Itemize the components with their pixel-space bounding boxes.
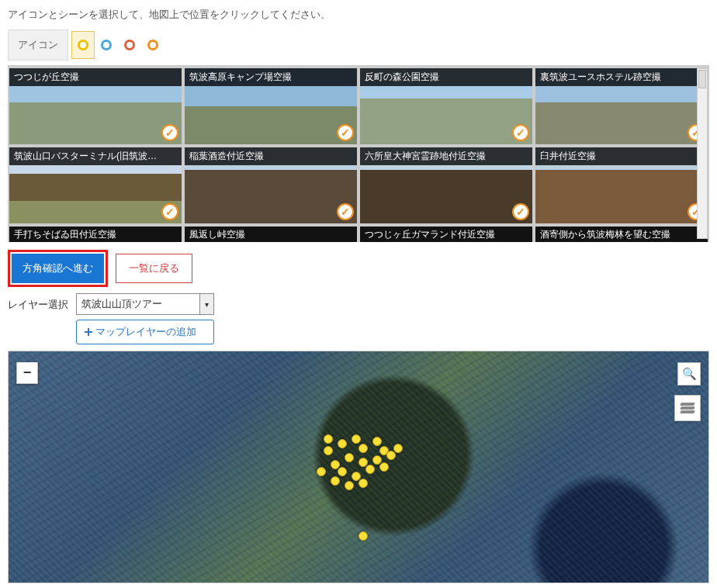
proceed-button[interactable]: 方角確認へ進む xyxy=(12,254,104,283)
icon-color-blue[interactable] xyxy=(95,31,118,59)
search-icon: 🔍 xyxy=(682,367,697,381)
layer-select-row: レイヤー選択 筑波山山頂ツアー ▾ マップレイヤーの追加 xyxy=(8,293,709,344)
scene-scrollbar-thumb[interactable] xyxy=(698,70,706,88)
scene-title: つつじが丘空撮 xyxy=(9,68,182,86)
scene-card[interactable]: 手打ちそばゐ田付近空撮 xyxy=(9,227,182,242)
scene-card[interactable]: ✓臼井付近空撮 xyxy=(535,147,708,223)
ring-icon xyxy=(147,40,158,50)
map-marker[interactable] xyxy=(379,462,389,472)
layers-icon xyxy=(681,403,694,413)
map-marker[interactable] xyxy=(317,467,326,476)
map-canvas[interactable]: + − 🔍 xyxy=(8,351,709,583)
layer-select[interactable]: 筑波山山頂ツアー ▾ xyxy=(76,293,214,315)
zoom-out-button[interactable]: − xyxy=(16,362,38,384)
scene-title: 酒寄側から筑波梅林を望む空撮 xyxy=(535,227,708,242)
map-marker[interactable] xyxy=(338,467,347,476)
check-icon: ✓ xyxy=(512,124,529,141)
action-buttons-row: 方角確認へ進む 一覧に戻る xyxy=(8,250,709,287)
plus-icon xyxy=(85,328,92,336)
scene-title: 六所皇大神宮霊跡地付近空撮 xyxy=(360,147,532,165)
scene-card[interactable]: ✓筑波山口バスターミナル(旧筑波… xyxy=(9,147,182,223)
icon-label: アイコン xyxy=(8,29,68,61)
map-marker[interactable] xyxy=(345,453,354,462)
chevron-down-icon[interactable]: ▾ xyxy=(200,293,214,315)
scene-card[interactable]: 酒寄側から筑波梅林を望む空撮 xyxy=(535,227,708,242)
map-marker[interactable] xyxy=(345,481,354,490)
ring-icon xyxy=(124,40,135,50)
check-icon: ✓ xyxy=(161,203,178,220)
layer-select-value: 筑波山山頂ツアー xyxy=(76,293,200,315)
map-marker[interactable] xyxy=(365,465,375,474)
check-icon: ✓ xyxy=(337,124,354,141)
map-marker[interactable] xyxy=(324,446,333,455)
ring-icon xyxy=(101,40,112,50)
check-icon: ✓ xyxy=(337,203,354,220)
map-search-button[interactable]: 🔍 xyxy=(677,362,701,386)
add-map-layer-button[interactable]: マップレイヤーの追加 xyxy=(76,320,214,344)
icon-color-orange[interactable] xyxy=(141,31,165,59)
scene-title: 風返し峠空撮 xyxy=(185,227,357,242)
scene-title: 反町の森公園空撮 xyxy=(360,68,532,86)
scene-card[interactable]: ✓六所皇大神宮霊跡地付近空撮 xyxy=(360,147,532,223)
check-icon: ✓ xyxy=(512,203,529,220)
scene-title: 筑波高原キャンプ場空撮 xyxy=(185,68,357,86)
scene-title: 裏筑波ユースホステル跡空撮 xyxy=(535,68,708,86)
proceed-highlight: 方角確認へ進む xyxy=(8,250,108,287)
map-background xyxy=(9,351,708,583)
scene-title: 筑波山口バスターミナル(旧筑波… xyxy=(9,147,182,165)
back-to-list-button[interactable]: 一覧に戻る xyxy=(116,254,192,283)
scene-title: つつじヶ丘ガマランド付近空撮 xyxy=(360,227,532,242)
scene-card[interactable]: ✓反町の森公園空撮 xyxy=(360,68,532,144)
map-marker[interactable] xyxy=(358,479,368,488)
layer-select-label: レイヤー選択 xyxy=(8,293,68,312)
scene-scrollbar[interactable] xyxy=(697,68,708,239)
icon-color-yellow[interactable] xyxy=(71,31,95,59)
instruction-text: アイコンとシーンを選択して、地図上で位置をクリックしてください。 xyxy=(8,8,709,22)
icon-selector-row: アイコン xyxy=(8,29,709,61)
check-icon: ✓ xyxy=(161,124,178,141)
scene-card[interactable]: ✓稲葉酒造付近空撮 xyxy=(185,147,357,223)
icon-color-red[interactable] xyxy=(118,31,141,59)
scene-card[interactable]: ✓つつじが丘空撮 xyxy=(9,68,182,144)
ring-icon xyxy=(78,40,88,50)
scene-title: 臼井付近空撮 xyxy=(535,147,708,165)
scene-card[interactable]: 風返し峠空撮 xyxy=(185,227,357,242)
scene-card[interactable]: つつじヶ丘ガマランド付近空撮 xyxy=(360,227,532,242)
scene-card[interactable]: ✓裏筑波ユースホステル跡空撮 xyxy=(535,68,708,144)
map-marker[interactable] xyxy=(331,476,340,486)
scene-grid-panel: ✓つつじが丘空撮✓筑波高原キャンプ場空撮✓反町の森公園空撮✓裏筑波ユースホステル… xyxy=(8,65,709,242)
scene-card[interactable]: ✓筑波高原キャンプ場空撮 xyxy=(185,68,357,144)
map-layers-button[interactable] xyxy=(674,395,701,421)
scene-title: 稲葉酒造付近空撮 xyxy=(185,147,357,165)
add-map-layer-label: マップレイヤーの追加 xyxy=(95,325,196,339)
scene-title: 手打ちそばゐ田付近空撮 xyxy=(9,227,182,242)
